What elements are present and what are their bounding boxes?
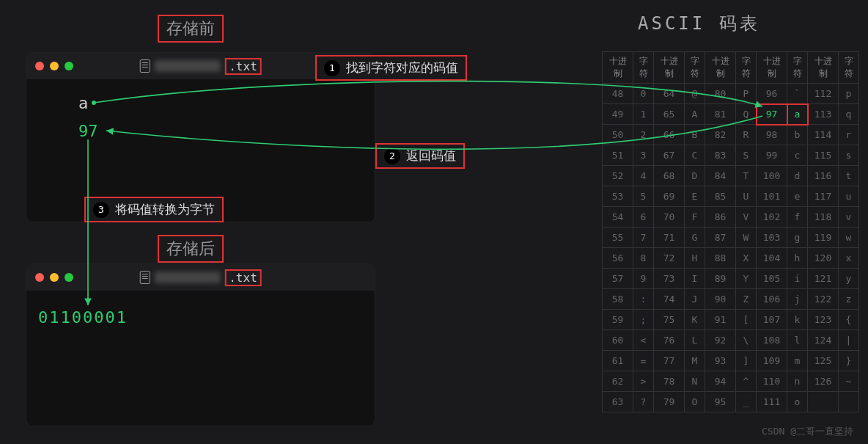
ascii-cell: _	[736, 392, 757, 412]
ascii-cell: 6	[633, 207, 654, 228]
ascii-cell: 50	[603, 125, 633, 145]
minimize-icon[interactable]	[50, 273, 59, 282]
table-row: 61=77M93]109m125}	[603, 351, 859, 371]
ascii-cell: 49	[603, 104, 633, 125]
ascii-cell: B	[685, 125, 705, 145]
window-after: .txt	[26, 264, 375, 426]
step-text: 返回码值	[406, 148, 456, 164]
ascii-cell: 53	[603, 186, 633, 207]
ascii-cell: L	[685, 330, 705, 351]
ascii-cell: |	[839, 330, 859, 351]
ascii-header: 十进制	[757, 52, 787, 84]
file-icon	[139, 271, 150, 284]
ascii-cell: 97	[757, 104, 787, 125]
ascii-cell: 78	[654, 371, 685, 392]
ascii-header: 十进制	[808, 52, 839, 84]
ascii-cell: p	[839, 84, 859, 104]
ascii-cell: 89	[705, 269, 736, 289]
callout-step-2: 2 返回码值	[375, 143, 465, 169]
ascii-cell: 72	[654, 248, 685, 269]
minimize-icon[interactable]	[50, 62, 59, 70]
ascii-cell: 70	[654, 207, 685, 228]
ascii-cell: P	[736, 84, 757, 104]
ascii-header: 十进制	[705, 52, 736, 84]
ascii-cell: :	[633, 289, 654, 310]
binary-value: 01100001	[38, 308, 128, 327]
table-row: 50266B82R98b114r	[603, 125, 859, 145]
ascii-cell: w	[839, 228, 859, 248]
ascii-cell: 9	[633, 269, 654, 289]
ascii-cell: v	[839, 207, 859, 228]
ascii-cell: R	[736, 125, 757, 145]
table-row: 62>78N94^110n126~	[603, 371, 859, 392]
filename-redacted	[154, 60, 220, 72]
file-label: .txt	[139, 58, 262, 75]
ascii-cell: c	[787, 145, 808, 166]
ascii-cell: ]	[736, 351, 757, 371]
ascii-cell: 86	[705, 207, 736, 228]
ascii-cell: T	[736, 166, 757, 186]
ascii-cell: 77	[654, 351, 685, 371]
ascii-cell: 52	[603, 166, 633, 186]
ascii-cell: 111	[757, 392, 787, 412]
close-icon[interactable]	[35, 62, 44, 70]
ascii-cell	[808, 392, 839, 412]
ascii-cell: I	[685, 269, 705, 289]
maximize-icon[interactable]	[65, 62, 73, 70]
ascii-cell: s	[839, 145, 859, 166]
ascii-cell: 2	[633, 125, 654, 145]
ascii-cell: D	[685, 166, 705, 186]
table-row: 48064@80P96`112p	[603, 84, 859, 104]
ascii-cell: @	[685, 84, 705, 104]
ascii-cell: m	[787, 351, 808, 371]
ascii-cell: Y	[736, 269, 757, 289]
ascii-cell: 95	[705, 392, 736, 412]
ascii-cell: 61	[603, 351, 633, 371]
ascii-cell: j	[787, 289, 808, 310]
ascii-cell: 66	[654, 125, 685, 145]
ascii-cell: 110	[757, 371, 787, 392]
ascii-table: 十进制字符十进制字符十进制字符十进制字符十进制字符 48064@80P96`11…	[602, 51, 859, 412]
callout-step-3: 3 将码值转换为字节	[84, 197, 224, 222]
ascii-cell: 96	[757, 84, 787, 104]
ascii-cell: 65	[654, 104, 685, 125]
file-label: .txt	[139, 269, 262, 286]
ascii-header: 字符	[787, 52, 808, 84]
ascii-cell: 85	[705, 186, 736, 207]
ascii-cell: z	[839, 289, 859, 310]
ascii-cell: F	[685, 207, 705, 228]
ascii-cell: 116	[808, 166, 839, 186]
ascii-cell: ?	[633, 392, 654, 412]
ascii-cell: e	[787, 186, 808, 207]
ascii-cell: 115	[808, 145, 839, 166]
table-row: 60<76L92\108l124|	[603, 330, 859, 351]
ascii-cell: 92	[705, 330, 736, 351]
ascii-cell: N	[685, 371, 705, 392]
table-row: 56872H88X104h120x	[603, 248, 859, 269]
ascii-cell: ^	[736, 371, 757, 392]
ascii-cell: Q	[736, 104, 757, 125]
ascii-cell: J	[685, 289, 705, 310]
ascii-cell: [	[736, 310, 757, 330]
ascii-cell: 76	[654, 330, 685, 351]
ascii-cell: E	[685, 186, 705, 207]
callout-step-1: 1 找到字符对应的码值	[315, 55, 467, 81]
ascii-cell: 99	[757, 145, 787, 166]
ascii-cell: K	[685, 310, 705, 330]
ascii-cell: 101	[757, 186, 787, 207]
ascii-cell: 67	[654, 145, 685, 166]
step-number: 3	[93, 202, 109, 218]
table-row: 54670F86V102f118v	[603, 207, 859, 228]
ascii-cell: r	[839, 125, 859, 145]
ascii-cell: 124	[808, 330, 839, 351]
ascii-cell: 68	[654, 166, 685, 186]
ascii-cell: 82	[705, 125, 736, 145]
maximize-icon[interactable]	[65, 273, 73, 282]
ascii-cell: 80	[705, 84, 736, 104]
close-icon[interactable]	[35, 273, 44, 282]
ascii-cell: 5	[633, 186, 654, 207]
ascii-cell: o	[787, 392, 808, 412]
ascii-cell: 0	[633, 84, 654, 104]
ascii-cell: {	[839, 310, 859, 330]
ascii-cell: 102	[757, 207, 787, 228]
